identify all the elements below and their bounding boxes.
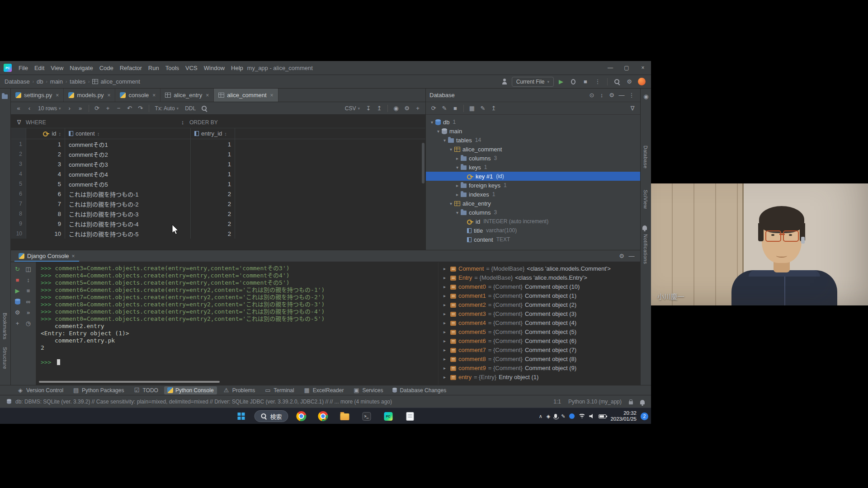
preview-button[interactable]: ◉ [391, 103, 401, 113]
tool-window-button-database-changes[interactable]: Database Changes [389, 386, 449, 394]
tool-window-button-python-packages[interactable]: ▤Python Packages [69, 386, 127, 394]
notifications-bell-button[interactable] [642, 224, 647, 231]
swap-button[interactable]: ↕ [597, 90, 607, 100]
tree-chevron-icon[interactable]: ▸ [454, 156, 461, 161]
maximize-button[interactable]: ▢ [618, 61, 635, 75]
variable-expand-icon[interactable]: ▸ [441, 366, 448, 371]
hide-button[interactable]: — [617, 90, 627, 100]
variable-row-comment1[interactable]: ▸comment1= {Comment}Comment object (1) [441, 291, 640, 300]
table-row[interactable]: 66これは別の親を持つもの-12 [11, 189, 425, 199]
cell-id[interactable]: 2 [26, 149, 65, 159]
taskbar-app-pycharm[interactable] [380, 409, 397, 423]
where-filter[interactable]: ∇ WHERE [15, 119, 179, 126]
tree-item-title[interactable]: titlevarchar(100) [426, 226, 640, 235]
find-button[interactable] [199, 103, 209, 113]
tool-button-notifications[interactable]: Notifications [643, 234, 648, 264]
variable-expand-icon[interactable]: ▸ [441, 329, 448, 334]
tree-item-foreign-keys[interactable]: ▸foreign keys1 [426, 181, 640, 190]
settings-button[interactable]: ⚙ [607, 90, 617, 100]
cell-entry-id[interactable]: 2 [191, 229, 235, 239]
edit-source-button[interactable]: ✎ [478, 103, 488, 113]
inspections-profile-button[interactable] [500, 77, 509, 87]
menu-file[interactable]: File [15, 63, 31, 73]
table-view-button[interactable]: ▦ [467, 103, 477, 113]
menu-code[interactable]: Code [96, 63, 117, 73]
mic-icon[interactable] [554, 414, 557, 418]
variable-row-comment3[interactable]: ▸comment3= {Comment}Comment object (3) [441, 309, 640, 318]
taskbar-app-chrome[interactable] [293, 409, 310, 423]
cell-entry-id[interactable]: 2 [191, 219, 235, 229]
cell-entry-id[interactable]: 1 [191, 179, 235, 189]
variable-expand-icon[interactable]: ▸ [441, 266, 448, 271]
dropbox-icon[interactable]: ◈ [547, 413, 550, 419]
table-row[interactable]: 1010これは別の親を持つもの-52 [11, 229, 425, 239]
cell-id[interactable]: 1 [26, 139, 65, 149]
taskbar-app-chrome-alert[interactable] [315, 409, 332, 423]
run-button[interactable]: ▶ [556, 77, 566, 87]
grid-10-rows-dropdown[interactable]: 10 rows▾ [35, 105, 64, 112]
tree-item-key-1[interactable]: key #1(id) [426, 172, 640, 181]
table-row[interactable]: 11commentその11 [11, 139, 425, 149]
variable-expand-icon[interactable]: ▸ [441, 357, 448, 361]
fast-forward-button[interactable]: » [24, 307, 33, 317]
taskbar-app-start[interactable] [232, 409, 250, 423]
tab-django-console[interactable]: Django Console × [14, 250, 79, 262]
close-tab-icon[interactable]: × [107, 92, 110, 99]
notifications-icon[interactable] [640, 400, 645, 404]
tool-window-button-excelreader[interactable]: ▦ExcelReader [300, 386, 347, 394]
table-row[interactable]: 99これは別の親を持つもの-42 [11, 219, 425, 229]
stop-button[interactable]: ■ [580, 77, 590, 87]
variable-row-comment[interactable]: ▸Comment= {ModelBase}<class 'alice.model… [441, 264, 640, 273]
reload-button[interactable]: ⟳ [429, 103, 439, 113]
nav-current-file-dropdown[interactable]: Current File▾ [512, 77, 554, 87]
run-button[interactable]: ▶ [13, 286, 23, 296]
delete-row-button[interactable]: − [114, 103, 124, 113]
search-everywhere-button[interactable] [612, 77, 622, 87]
cell-entry-id[interactable]: 1 [191, 149, 235, 159]
grid-tx-auto-dropdown[interactable]: Tx: Auto▾ [152, 105, 182, 112]
tool-window-button-python-console[interactable]: Python Console [164, 386, 217, 394]
variable-expand-icon[interactable]: ▸ [441, 311, 448, 316]
cell-entry-id[interactable]: 1 [191, 159, 235, 169]
grid-ddl-button[interactable]: DDL [182, 105, 198, 112]
variable-row-comment8[interactable]: ▸comment8= {Comment}Comment object (8) [441, 354, 640, 363]
cell-id[interactable]: 9 [26, 219, 65, 229]
column-header-entry-id[interactable]: entry_id↕ [191, 128, 235, 139]
split-button[interactable]: ◫ [24, 264, 33, 274]
tool-button-structure[interactable]: Structure [2, 347, 8, 369]
variable-row-comment0[interactable]: ▸comment0= {Comment}Comment object (10) [441, 282, 640, 291]
tree-chevron-icon[interactable]: ▾ [435, 129, 442, 134]
tree-item-keys[interactable]: ▾keys1 [426, 163, 640, 172]
breadcrumb-item-alice-comment[interactable]: alice_comment [92, 78, 140, 85]
cell-id[interactable]: 3 [26, 159, 65, 169]
tree-item-db[interactable]: ▾db1 [426, 117, 640, 127]
tree-item-id[interactable]: idINTEGER (auto increment) [426, 217, 640, 226]
tool-button-sciview[interactable]: SciView [643, 190, 648, 209]
more-button[interactable]: ⋮ [627, 90, 637, 100]
tree-chevron-icon[interactable]: ▸ [454, 183, 461, 188]
cell-id[interactable]: 7 [26, 199, 65, 209]
variable-expand-icon[interactable]: ▸ [441, 347, 448, 352]
debug-button[interactable] [568, 77, 578, 87]
reload-button[interactable]: ⟳ [92, 103, 102, 113]
variable-expand-icon[interactable]: ▸ [441, 338, 448, 343]
copilot-tool-button[interactable]: ◉ [642, 93, 650, 100]
menu-vcs[interactable]: VCS [182, 63, 201, 73]
volume-icon[interactable] [589, 413, 594, 419]
tree-chevron-icon[interactable]: ▸ [454, 192, 461, 197]
cell-entry-id[interactable]: 1 [191, 139, 235, 149]
order-by-filter[interactable]: ↕ ORDER BY [179, 119, 218, 126]
stop-button[interactable]: ■ [450, 103, 460, 113]
pen-icon[interactable]: ✎ [561, 413, 565, 419]
lock-icon[interactable] [629, 401, 633, 404]
menu-tools[interactable]: Tools [162, 63, 182, 73]
tray-chevron-up-icon[interactable]: ∧ [539, 413, 542, 419]
menu-run[interactable]: Run [145, 63, 162, 73]
cell-id[interactable]: 8 [26, 209, 65, 219]
sort-button[interactable]: ↕ [24, 275, 33, 285]
tab-alice-entry[interactable]: alice_entry× [160, 89, 214, 102]
taskbar-search[interactable]: 検索 [254, 410, 288, 422]
tree-item-indexes[interactable]: ▸indexes1 [426, 190, 640, 199]
menu-window[interactable]: Window [201, 63, 228, 73]
prev-page-button[interactable]: ‹ [24, 103, 34, 113]
